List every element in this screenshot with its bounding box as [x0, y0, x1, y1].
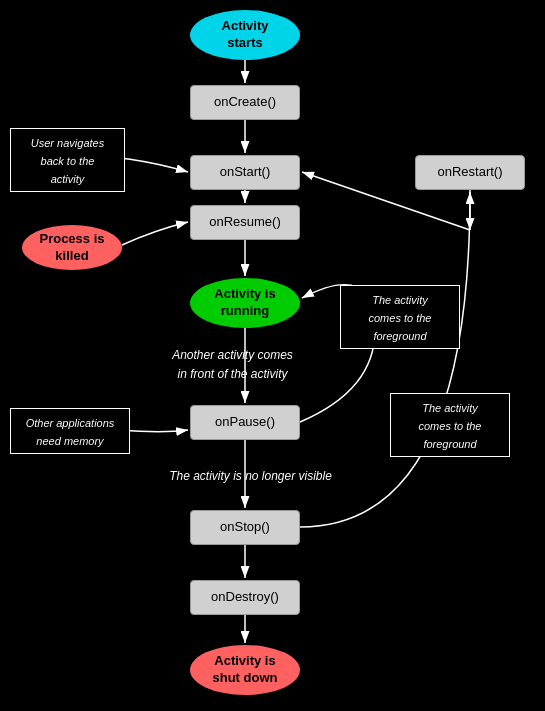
process-killed-node: Process is killed — [22, 225, 122, 270]
onpause-label: onPause() — [215, 414, 275, 431]
activity-running-label: Activity is running — [214, 286, 275, 320]
foreground-label-2: The activitycomes to theforeground — [390, 393, 510, 457]
process-killed-label: Process is killed — [39, 231, 104, 265]
oncreate-node: onCreate() — [190, 85, 300, 120]
activity-shutdown-node: Activity is shut down — [190, 645, 300, 695]
onrestart-node: onRestart() — [415, 155, 525, 190]
activity-starts-node: Activity starts — [190, 10, 300, 60]
no-longer-visible-label: The activity is no longer visible — [148, 466, 353, 484]
foreground-label-1: The activitycomes to theforeground — [340, 285, 460, 349]
activity-running-node: Activity is running — [190, 278, 300, 328]
another-activity-label: Another activity comesin front of the ac… — [155, 345, 310, 382]
ondestroy-label: onDestroy() — [211, 589, 279, 606]
activity-starts-label: Activity starts — [222, 18, 269, 52]
onrestart-label: onRestart() — [437, 164, 502, 181]
onpause-node: onPause() — [190, 405, 300, 440]
activity-shutdown-label: Activity is shut down — [213, 653, 278, 687]
onstart-node: onStart() — [190, 155, 300, 190]
user-navigates-label: User navigatesback to theactivity — [10, 128, 125, 192]
ondestroy-node: onDestroy() — [190, 580, 300, 615]
onstart-label: onStart() — [220, 164, 271, 181]
oncreate-label: onCreate() — [214, 94, 276, 111]
activity-lifecycle-diagram: Activity starts onCreate() onStart() onR… — [0, 0, 545, 711]
onstop-label: onStop() — [220, 519, 270, 536]
other-apps-label: Other applicationsneed memory — [10, 408, 130, 454]
onresume-node: onResume() — [190, 205, 300, 240]
onstop-node: onStop() — [190, 510, 300, 545]
onresume-label: onResume() — [209, 214, 281, 231]
